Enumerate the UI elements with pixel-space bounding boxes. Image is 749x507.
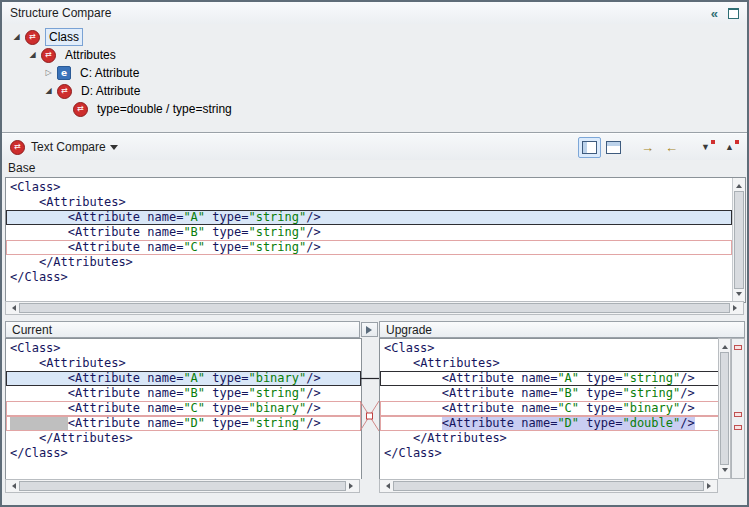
diff-conflict-icon xyxy=(25,30,40,45)
attribute-value: "string" xyxy=(248,240,306,254)
code-line[interactable]: <Attribute name="A" type="string"/> xyxy=(6,210,732,225)
scroll-left-icon[interactable] xyxy=(6,480,19,492)
code-line[interactable]: </Attributes> xyxy=(380,431,719,446)
tree-twistie-icon[interactable] xyxy=(42,87,55,95)
code-line[interactable]: <Attribute name="A" type="string"/> xyxy=(380,371,719,386)
code-line[interactable]: </Class> xyxy=(6,446,361,461)
upgrade-horizontal-scrollbar[interactable] xyxy=(379,479,718,493)
line-text: </Attributes> xyxy=(39,255,133,269)
copy-all-right-to-left-button[interactable] xyxy=(660,137,683,158)
line-indent xyxy=(10,416,68,430)
scrollbar-thumb[interactable] xyxy=(720,352,729,465)
line-text: </Class> xyxy=(384,446,442,460)
code-line[interactable]: </Class> xyxy=(380,446,719,461)
line-indent xyxy=(384,356,413,370)
tree-twistie-icon[interactable] xyxy=(10,33,23,41)
attribute-value: "B" xyxy=(557,386,579,400)
diff-annotation-mark[interactable] xyxy=(734,425,742,430)
scroll-down-icon[interactable] xyxy=(719,465,730,478)
code-line[interactable]: <Class> xyxy=(6,341,361,356)
tree-item-label: C: Attribute xyxy=(76,64,143,82)
copy-all-left-to-right-button[interactable] xyxy=(636,137,659,158)
scrollbar-thumb[interactable] xyxy=(734,191,744,289)
scroll-up-icon[interactable] xyxy=(719,339,730,352)
code-line[interactable]: </Class> xyxy=(6,270,732,285)
code-line[interactable]: <Attribute name="B" type="string"/> xyxy=(6,225,732,240)
diff-annotation-mark[interactable] xyxy=(734,345,742,350)
attribute-value: "binary" xyxy=(248,371,306,385)
scroll-right-icon[interactable] xyxy=(730,302,743,314)
line-text: <Attribute name="C" type="binary"/> xyxy=(68,401,321,415)
line-indent xyxy=(10,225,68,239)
scroll-left-icon[interactable] xyxy=(380,480,393,492)
diff-annotation-mark[interactable] xyxy=(734,412,742,417)
base-editor[interactable]: <Class> <Attributes> <Attribute name="A"… xyxy=(5,177,746,303)
collapse-pane-icon[interactable]: « xyxy=(711,7,718,20)
code-line[interactable]: <Attributes> xyxy=(6,195,732,210)
current-code-area[interactable]: <Class> <Attributes> <Attribute name="A"… xyxy=(6,339,361,480)
restore-pane-icon[interactable] xyxy=(728,8,739,19)
text-compare-title: Text Compare xyxy=(31,140,106,154)
upgrade-editor[interactable]: <Class> <Attributes> <Attribute name="A"… xyxy=(379,338,720,481)
line-indent xyxy=(10,401,68,415)
swap-left-and-right-button[interactable] xyxy=(602,137,625,158)
code-line[interactable]: <Attribute name="C" type="binary"/> xyxy=(380,401,719,416)
scroll-right-icon[interactable] xyxy=(704,480,717,492)
tree-twistie-icon[interactable] xyxy=(26,51,39,59)
tree-item-type-double-type-string[interactable]: type=double / type=string xyxy=(2,100,747,118)
chevron-down-icon[interactable] xyxy=(110,145,118,154)
code-line[interactable]: <Attribute name="B" type="string"/> xyxy=(380,386,719,401)
tree-item-class[interactable]: Class xyxy=(2,28,747,46)
next-difference-button[interactable] xyxy=(694,137,717,158)
line-indent xyxy=(10,240,68,254)
attribute-value: "B" xyxy=(183,225,205,239)
code-line[interactable]: <Attributes> xyxy=(380,356,719,371)
scroll-left-icon[interactable] xyxy=(6,302,19,314)
code-line[interactable]: <Attribute name="C" type="string"/> xyxy=(6,240,732,255)
copy-current-change-button[interactable] xyxy=(361,322,378,337)
line-text: <Attribute name="B" type="string"/> xyxy=(68,386,321,400)
attribute-value: "binary" xyxy=(622,401,680,415)
ancestor-pane-toggle-button[interactable] xyxy=(578,137,601,158)
tree-item-c-attribute[interactable]: C: Attribute xyxy=(2,64,747,82)
code-line[interactable]: <Attribute name="D" type="double"/> xyxy=(380,416,719,431)
code-line[interactable]: <Attribute name="B" type="string"/> xyxy=(6,386,361,401)
current-editor[interactable]: <Class> <Attributes> <Attribute name="A"… xyxy=(5,338,362,481)
base-code-area[interactable]: <Class> <Attributes> <Attribute name="A"… xyxy=(6,178,732,302)
line-indent xyxy=(384,431,413,445)
line-indent xyxy=(10,255,39,269)
line-text: <Attribute name="D" type="double"/> xyxy=(442,416,695,430)
base-horizontal-scrollbar[interactable] xyxy=(5,301,744,315)
copy-right-arrow-icon xyxy=(641,141,654,154)
tree-item-attributes[interactable]: Attributes xyxy=(2,46,747,64)
line-text: </Class> xyxy=(10,446,68,460)
line-text: <Attribute name="A" type="string"/> xyxy=(442,371,695,385)
code-line[interactable]: <Attribute name="A" type="binary"/> xyxy=(6,371,361,386)
code-line[interactable]: <Class> xyxy=(380,341,719,356)
code-line[interactable]: <Attribute name="D" type="string"/> xyxy=(6,416,361,431)
upgrade-code-area[interactable]: <Class> <Attributes> <Attribute name="A"… xyxy=(380,339,719,480)
scrollbar-thumb[interactable] xyxy=(19,481,346,491)
code-line[interactable]: </Attributes> xyxy=(6,255,732,270)
code-line[interactable]: <Attribute name="C" type="binary"/> xyxy=(6,401,361,416)
line-text: <Class> xyxy=(10,180,61,194)
line-indent xyxy=(384,371,442,385)
previous-difference-button[interactable] xyxy=(718,137,741,158)
tree-item-d-attribute[interactable]: D: Attribute xyxy=(2,82,747,100)
scrollbar-thumb[interactable] xyxy=(393,481,704,491)
current-horizontal-scrollbar[interactable] xyxy=(5,479,360,493)
line-text: <Attribute name="B" type="string"/> xyxy=(68,225,321,239)
base-vertical-scrollbar[interactable] xyxy=(732,178,745,302)
line-text: <Attributes> xyxy=(413,356,500,370)
code-line[interactable]: <Class> xyxy=(6,180,732,195)
code-line[interactable]: </Attributes> xyxy=(6,431,361,446)
attribute-value: "C" xyxy=(557,401,579,415)
text-compare-header: Text Compare xyxy=(2,134,747,160)
upgrade-vertical-scrollbar[interactable] xyxy=(718,338,731,479)
scroll-right-icon[interactable] xyxy=(346,480,359,492)
code-line[interactable]: <Attributes> xyxy=(6,356,361,371)
scroll-up-icon[interactable] xyxy=(733,178,745,191)
scrollbar-thumb[interactable] xyxy=(19,303,730,313)
tree-twistie-icon[interactable] xyxy=(42,69,55,77)
line-text: <Attributes> xyxy=(39,356,126,370)
